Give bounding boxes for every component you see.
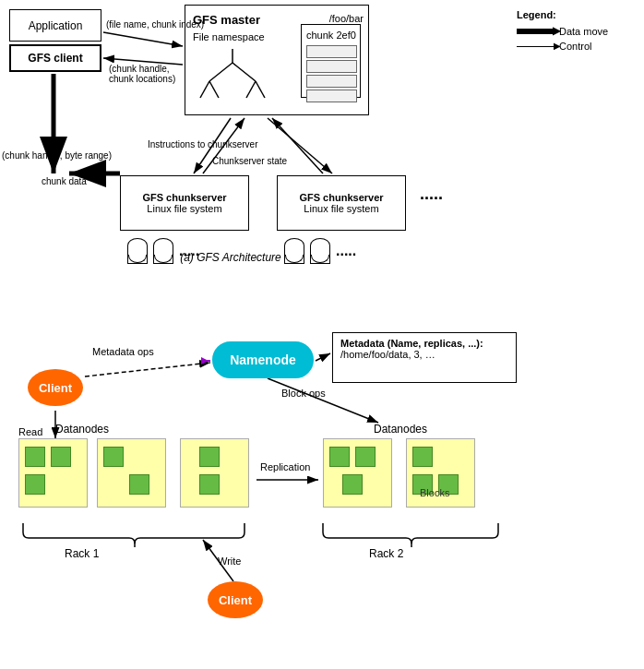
svg-line-12 bbox=[103, 58, 183, 65]
thick-arrow-icon bbox=[517, 29, 554, 34]
client-top-left: Client bbox=[28, 369, 83, 406]
gfs-master-box: GFS master File namespace chunk 2ef0 bbox=[185, 5, 369, 115]
rack1-label: Rack 1 bbox=[65, 547, 99, 560]
block-5-1 bbox=[412, 447, 433, 467]
blocks-label: Blocks bbox=[420, 487, 449, 498]
metadata-value: /home/foo/data, 3, … bbox=[340, 349, 508, 360]
svg-text:chunk data: chunk data bbox=[42, 176, 87, 186]
gfs-caption: (a) GFS Architecture bbox=[92, 251, 369, 264]
metadata-box: Metadata (Name, replicas, ...): /home/fo… bbox=[332, 332, 517, 383]
gfs-architecture-diagram: Application GFS client GFS master File n… bbox=[0, 0, 526, 268]
block-3-2 bbox=[199, 474, 220, 495]
svg-line-3 bbox=[200, 81, 209, 98]
legend-control-label: Control bbox=[559, 41, 591, 52]
dots-more: ..... bbox=[420, 185, 443, 204]
gfs-chunkserver-left: GFS chunkserver Linux file system bbox=[120, 175, 249, 231]
svg-line-30 bbox=[316, 353, 330, 361]
datanode-rack2-1 bbox=[323, 438, 392, 508]
datanodes-label-right: Datanodes bbox=[374, 423, 427, 436]
svg-line-6 bbox=[256, 81, 265, 98]
svg-line-28 bbox=[85, 363, 210, 376]
block-1-1 bbox=[25, 447, 45, 467]
svg-text:Replication: Replication bbox=[260, 461, 310, 472]
block-4-1 bbox=[329, 447, 350, 467]
gfs-master-title: GFS master bbox=[193, 13, 260, 27]
svg-marker-39 bbox=[201, 357, 209, 364]
client-top-label: Client bbox=[39, 381, 72, 395]
rack1-brace-area bbox=[18, 521, 249, 552]
client-bottom: Client bbox=[208, 581, 263, 618]
gfs-client-label: GFS client bbox=[28, 52, 82, 65]
svg-line-18 bbox=[203, 118, 244, 173]
svg-line-4 bbox=[209, 81, 219, 98]
hdfs-architecture-diagram: Metadata ops Block ops Read Replication … bbox=[0, 286, 644, 669]
legend-title: Legend: bbox=[517, 9, 637, 20]
svg-line-10 bbox=[103, 32, 183, 46]
svg-text:Block ops: Block ops bbox=[281, 388, 326, 399]
block-3-1 bbox=[199, 447, 220, 467]
svg-text:Write: Write bbox=[218, 556, 241, 567]
block-2-2 bbox=[129, 474, 149, 495]
client-bottom-label: Client bbox=[219, 593, 252, 607]
svg-text:Instructions to chunkserver: Instructions to chunkserver bbox=[148, 139, 258, 149]
chunk-box: chunk 2ef0 bbox=[301, 24, 361, 98]
diagram-container: Application GFS client GFS master File n… bbox=[0, 0, 644, 669]
block-1-2 bbox=[51, 447, 71, 467]
legend-box: Legend: Data move Control bbox=[517, 9, 637, 55]
svg-text:Chunkserver state: Chunkserver state bbox=[212, 156, 288, 166]
datanode-rack1-2 bbox=[97, 438, 166, 508]
svg-line-19 bbox=[272, 118, 323, 173]
svg-text:Read: Read bbox=[18, 426, 42, 437]
datanode-rack1-3 bbox=[180, 438, 249, 508]
svg-text:chunk locations): chunk locations) bbox=[109, 74, 175, 84]
chunk-row-1 bbox=[306, 45, 357, 58]
rack2-brace-area bbox=[318, 521, 503, 552]
block-1-3 bbox=[25, 474, 45, 495]
gfs-chunkserver-right: GFS chunkserver Linux file system bbox=[277, 175, 406, 231]
legend-data-label: Data move bbox=[559, 26, 608, 37]
legend-data-move: Data move bbox=[517, 26, 637, 37]
svg-line-2 bbox=[233, 63, 256, 81]
application-box: Application bbox=[9, 9, 101, 42]
gfs-master-subtitle: File namespace bbox=[193, 31, 265, 42]
svg-text:Metadata ops: Metadata ops bbox=[92, 346, 154, 357]
chunkserver-right-title: GFS chunkserver bbox=[299, 192, 383, 203]
chunk-row-2 bbox=[306, 60, 357, 73]
datanode-rack1-1 bbox=[18, 438, 88, 508]
svg-line-5 bbox=[246, 81, 256, 98]
svg-line-15 bbox=[194, 118, 231, 173]
block-2-1 bbox=[103, 447, 124, 467]
svg-text:(chunk handle, byte range): (chunk handle, byte range) bbox=[2, 150, 112, 161]
namenode-label: Namenode bbox=[230, 352, 296, 367]
chunk-row-3 bbox=[306, 75, 357, 88]
legend-control: Control bbox=[517, 41, 637, 52]
namenode-box: Namenode bbox=[212, 341, 314, 378]
svg-text:(chunk handle,: (chunk handle, bbox=[109, 64, 170, 74]
gfs-client-box: GFS client bbox=[9, 44, 101, 72]
svg-line-31 bbox=[268, 378, 378, 423]
chunkserver-right-subtitle: Linux file system bbox=[304, 203, 378, 214]
metadata-title: Metadata (Name, replicas, ...): bbox=[340, 338, 508, 349]
block-4-3 bbox=[342, 474, 363, 495]
chunk-label: chunk 2ef0 bbox=[306, 30, 356, 41]
application-label: Application bbox=[29, 19, 83, 32]
block-4-2 bbox=[355, 447, 376, 467]
chunkserver-left-title: GFS chunkserver bbox=[142, 192, 226, 203]
thin-arrow-icon bbox=[517, 46, 554, 47]
rack2-label: Rack 2 bbox=[369, 547, 403, 560]
foobar-label: /foo/bar bbox=[329, 13, 364, 24]
svg-line-1 bbox=[209, 63, 233, 81]
chunk-row-4 bbox=[306, 90, 357, 102]
chunkserver-left-subtitle: Linux file system bbox=[147, 203, 221, 214]
svg-line-16 bbox=[268, 118, 332, 173]
datanodes-label-left: Datanodes bbox=[55, 423, 109, 436]
